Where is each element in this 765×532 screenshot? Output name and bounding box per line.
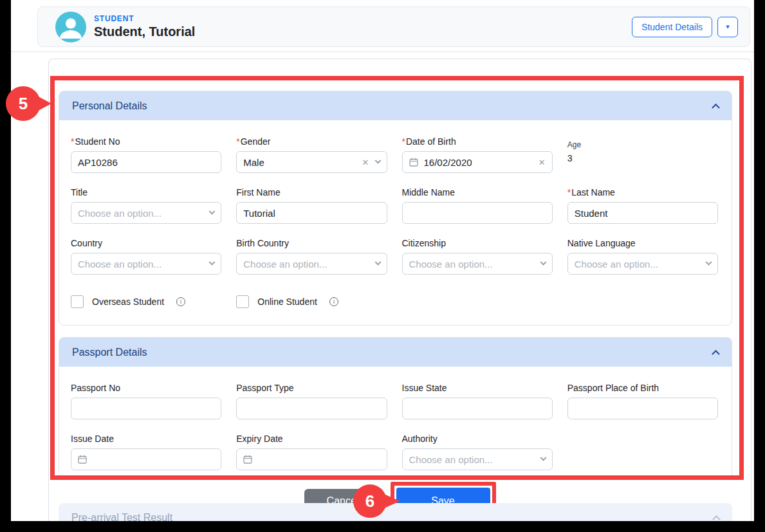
overseas-student-checkbox[interactable] [71, 295, 84, 308]
calendar-icon [409, 158, 418, 167]
last-name-label: Last Name [571, 187, 615, 197]
personal-details-header[interactable]: Personal Details [59, 91, 732, 120]
field-country: Country Choose an option... [71, 238, 221, 275]
authority-label: Authority [402, 434, 553, 444]
overseas-student-field: Overseas Student i [71, 295, 221, 308]
title-label: Title [71, 187, 221, 197]
birth-country-placeholder: Choose an option... [243, 259, 375, 270]
dob-value: 16/02/2020 [424, 157, 472, 168]
chevron-down-icon [209, 259, 216, 265]
person-icon [55, 12, 86, 42]
passport-place-of-birth-label: Passport Place of Birth [567, 383, 718, 393]
citizenship-label: Citizenship [402, 238, 553, 248]
passport-type-input[interactable] [236, 398, 387, 419]
chevron-up-icon [712, 515, 721, 521]
field-gender: *Gender Male ✕ [236, 136, 387, 173]
country-select[interactable]: Choose an option... [71, 253, 221, 275]
citizenship-select[interactable]: Choose an option... [402, 253, 553, 275]
chevron-down-icon [374, 157, 381, 163]
field-birth-country: Birth Country Choose an option... [236, 238, 387, 275]
field-expiry-date: Expiry Date [236, 434, 387, 470]
step-number: 6 [365, 491, 374, 511]
field-passport-no: Passport No [71, 383, 221, 419]
authority-select[interactable]: Choose an option... [402, 448, 553, 470]
passport-no-input[interactable] [71, 398, 221, 419]
passport-details-body: Passport No Passport Type Issue State [59, 367, 732, 479]
header-text: STUDENT Student, Tutorial [94, 14, 632, 39]
passport-no-label: Passport No [71, 383, 221, 393]
calendar-icon [243, 455, 252, 464]
title-select[interactable]: Choose an option... [71, 202, 221, 224]
issue-state-input[interactable] [402, 398, 553, 419]
passport-details-header[interactable]: Passport Details [59, 338, 732, 367]
gender-label: Gender [241, 136, 271, 147]
student-header: STUDENT Student, Tutorial Student Detail… [37, 6, 750, 47]
field-date-of-birth: *Date of Birth 16/02/2020 [402, 136, 553, 173]
passport-type-label: Passport Type [236, 383, 387, 393]
gender-select[interactable]: Male ✕ [236, 151, 387, 173]
header-divider [11, 51, 754, 52]
native-language-select[interactable]: Choose an option... [567, 253, 718, 275]
dob-datepicker[interactable]: 16/02/2020 ✕ [402, 151, 553, 173]
student-no-label: Student No [75, 136, 120, 147]
first-name-input[interactable] [236, 202, 387, 224]
step-number: 5 [19, 94, 28, 113]
native-language-label: Native Language [567, 238, 718, 248]
personal-details-section: Personal Details *Student No *Gender Mal… [59, 91, 732, 326]
field-citizenship: Citizenship Choose an option... [402, 238, 553, 275]
student-form-card: Personal Details *Student No *Gender Mal… [48, 59, 751, 521]
birth-country-select[interactable]: Choose an option... [236, 253, 387, 275]
entity-type-label: STUDENT [94, 14, 632, 23]
avatar [55, 12, 86, 42]
gender-value: Male [243, 157, 362, 168]
field-passport-type: Passport Type [236, 383, 387, 419]
chevron-up-icon [712, 104, 720, 112]
middle-name-input[interactable] [402, 202, 553, 224]
age-value: 3 [567, 153, 718, 163]
country-label: Country [71, 238, 221, 248]
expiry-date-datepicker[interactable] [236, 448, 387, 470]
required-marker: * [567, 187, 571, 197]
field-issue-state: Issue State [402, 383, 553, 419]
field-title: Title Choose an option... [71, 187, 221, 224]
section-title: Passport Details [72, 347, 147, 358]
online-student-field: Online Student i [236, 295, 387, 308]
field-last-name: *Last Name [567, 187, 718, 224]
caret-down-icon: ▾ [726, 23, 730, 31]
student-flags-row: Overseas Student i Online Student i [71, 295, 718, 325]
app-page: STUDENT Student, Tutorial Student Detail… [11, 0, 754, 521]
required-marker: * [402, 136, 405, 147]
student-details-dropdown-button[interactable]: ▾ [717, 17, 738, 37]
citizenship-placeholder: Choose an option... [409, 259, 541, 270]
dob-label: Date of Birth [406, 136, 456, 147]
passport-place-of-birth-input[interactable] [567, 398, 718, 419]
country-placeholder: Choose an option... [78, 259, 210, 270]
chevron-down-icon [209, 208, 216, 214]
info-icon: i [176, 297, 185, 306]
online-student-checkbox[interactable] [236, 295, 249, 308]
issue-date-datepicker[interactable] [71, 448, 221, 470]
student-no-input[interactable] [71, 151, 221, 173]
overseas-student-label: Overseas Student [92, 297, 164, 307]
student-details-button[interactable]: Student Details [632, 17, 712, 37]
chevron-down-icon [540, 454, 546, 461]
field-student-no: *Student No [71, 136, 221, 173]
online-student-label: Online Student [257, 297, 317, 307]
clear-icon[interactable]: ✕ [539, 158, 546, 167]
info-icon: i [329, 297, 338, 306]
annotation-callout-6: 6 [353, 484, 401, 519]
personal-details-body: *Student No *Gender Male ✕ [59, 120, 732, 325]
annotation-callout-5: 5 [5, 86, 53, 122]
field-passport-place-of-birth: Passport Place of Birth [567, 383, 718, 419]
expiry-date-label: Expiry Date [236, 434, 387, 444]
section-title: Personal Details [72, 100, 147, 112]
screenshot-canvas: STUDENT Student, Tutorial Student Detail… [0, 0, 765, 532]
calendar-icon [78, 455, 87, 464]
issue-date-label: Issue Date [71, 434, 221, 444]
chevron-up-icon [712, 350, 720, 358]
field-issue-date: Issue Date [71, 434, 221, 470]
required-marker: * [236, 136, 239, 147]
field-first-name: First Name [236, 187, 387, 224]
clear-icon[interactable]: ✕ [362, 158, 369, 167]
last-name-input[interactable] [567, 202, 718, 224]
